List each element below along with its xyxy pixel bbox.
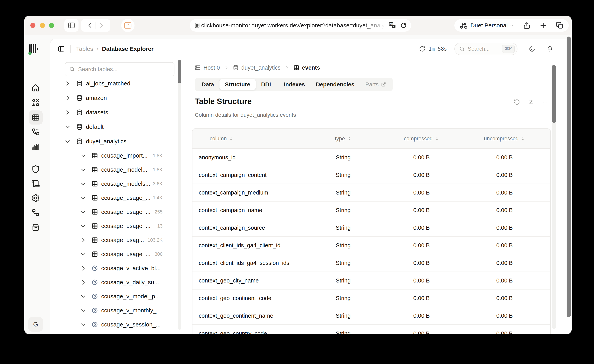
clickhouse-logo[interactable] bbox=[29, 44, 38, 54]
tree-item[interactable]: ccusage_usage_...13 bbox=[50, 219, 183, 233]
chevron-right-icon[interactable] bbox=[80, 279, 87, 286]
table-row[interactable]: context_campaign_nameString0.00 B0.00 B bbox=[192, 202, 550, 219]
tree-item[interactable]: ccusage_v_session_... bbox=[50, 318, 183, 332]
chevron-down-icon[interactable] bbox=[64, 138, 71, 145]
tab-parts[interactable]: Parts bbox=[360, 79, 392, 90]
breadcrumb-section[interactable]: Tables bbox=[76, 46, 93, 52]
close-window-button[interactable] bbox=[30, 23, 35, 28]
forward-icon[interactable] bbox=[98, 22, 105, 29]
breadcrumb-events[interactable]: events bbox=[293, 65, 320, 71]
tree-item[interactable]: amazon bbox=[50, 91, 183, 105]
rail-item-gear[interactable] bbox=[29, 191, 43, 205]
global-search[interactable]: ⌘K bbox=[454, 43, 517, 55]
rail-item-home[interactable] bbox=[29, 81, 43, 95]
table-search[interactable] bbox=[65, 62, 175, 76]
chevron-down-icon[interactable] bbox=[509, 23, 514, 28]
column-header-column[interactable]: column bbox=[192, 136, 302, 142]
tree-item[interactable]: ccusage_v_daily_su... bbox=[50, 275, 183, 289]
tree-item[interactable]: ccusage_usage_...300 bbox=[50, 247, 183, 261]
notifications-bell-icon[interactable] bbox=[547, 46, 553, 52]
chevron-right-icon[interactable] bbox=[80, 237, 87, 244]
tree-item[interactable]: ccusage_models...3.6K bbox=[50, 177, 183, 191]
zoom-window-button[interactable] bbox=[49, 23, 54, 28]
tab-structure[interactable]: Structure bbox=[219, 79, 256, 90]
sidebar-scrollbar-track[interactable] bbox=[178, 60, 181, 330]
table-row[interactable]: context_campaign_mediumString0.00 B0.00 … bbox=[192, 184, 550, 202]
dark-mode-icon[interactable] bbox=[529, 46, 535, 52]
translate-icon[interactable]: Aa bbox=[388, 21, 396, 29]
sidebar-scrollbar-thumb[interactable] bbox=[178, 60, 181, 83]
tree-item[interactable]: datasets bbox=[50, 105, 183, 120]
chevron-right-icon[interactable] bbox=[80, 265, 87, 272]
global-search-input[interactable] bbox=[468, 46, 497, 52]
tree-item[interactable]: ccusage_usag...103.2K bbox=[50, 233, 183, 247]
view-settings-icon[interactable] bbox=[528, 99, 534, 105]
chevron-down-icon[interactable] bbox=[64, 123, 71, 130]
tree-item[interactable]: ccusage_model...1.8K bbox=[50, 163, 183, 177]
refresh-icon[interactable] bbox=[419, 46, 425, 52]
reload-icon[interactable] bbox=[400, 22, 407, 29]
extension-button[interactable]: { } bbox=[121, 19, 135, 32]
back-icon[interactable] bbox=[87, 22, 94, 29]
rail-item-scroll[interactable] bbox=[29, 176, 43, 191]
chevron-down-icon[interactable] bbox=[80, 180, 87, 187]
tab-dependencies[interactable]: Dependencies bbox=[310, 79, 360, 90]
app-sidebar-toggle-icon[interactable] bbox=[58, 45, 65, 52]
sort-icon[interactable] bbox=[347, 136, 352, 141]
tree-item[interactable]: ccusage_usage_...1.4K bbox=[50, 191, 183, 205]
chevron-down-icon[interactable] bbox=[80, 321, 87, 328]
table-row[interactable]: context_geo_continent_codeString0.00 B0.… bbox=[192, 290, 550, 307]
chevron-down-icon[interactable] bbox=[80, 152, 87, 159]
content-scrollbar-thumb[interactable] bbox=[552, 65, 556, 123]
reader-view-icon[interactable] bbox=[194, 22, 200, 29]
table-row[interactable]: context_geo_city_nameString0.00 B0.00 B bbox=[192, 272, 550, 290]
table-row[interactable]: context_campaign_contentString0.00 B0.00… bbox=[192, 166, 550, 184]
column-header-compressed[interactable]: compressed bbox=[384, 136, 459, 142]
rail-item-archive[interactable] bbox=[29, 220, 43, 234]
browser-sidebar-toggle-button[interactable] bbox=[64, 19, 79, 32]
tree-item[interactable]: default bbox=[50, 120, 183, 134]
tree-item[interactable]: ai_jobs_matched bbox=[50, 76, 183, 91]
user-avatar[interactable]: G bbox=[28, 317, 43, 332]
table-row[interactable]: context_geo_continent_nameString0.00 B0.… bbox=[192, 307, 550, 325]
column-header-type[interactable]: type bbox=[302, 136, 384, 142]
table-row[interactable]: context_campaign_sourceString0.00 B0.00 … bbox=[192, 219, 550, 237]
rail-item-bars[interactable] bbox=[29, 140, 43, 154]
chevron-down-icon[interactable] bbox=[80, 194, 87, 201]
chevron-down-icon[interactable] bbox=[80, 293, 87, 300]
chevron-right-icon[interactable] bbox=[64, 80, 71, 87]
tab-indexes[interactable]: Indexes bbox=[278, 79, 310, 90]
tab-data[interactable]: Data bbox=[196, 79, 219, 90]
rail-item-shield[interactable] bbox=[29, 162, 43, 176]
column-header-uncompressed[interactable]: uncompressed bbox=[459, 136, 550, 142]
address-bar[interactable]: clickhouse-monitor.duyet.workers.dev/exp… bbox=[190, 19, 411, 32]
rail-item-migration[interactable] bbox=[29, 125, 43, 139]
chevron-down-icon[interactable] bbox=[80, 251, 87, 258]
breadcrumb-duyet_analytics[interactable]: duyet_analytics bbox=[233, 65, 281, 71]
sort-icon[interactable] bbox=[435, 136, 439, 141]
sort-icon[interactable] bbox=[229, 136, 233, 141]
chevron-down-icon[interactable] bbox=[80, 166, 87, 173]
profile-label[interactable]: Duet Personal bbox=[471, 22, 508, 29]
tree-item[interactable]: duyet_analytics bbox=[50, 134, 183, 149]
tree-item[interactable]: ccusage_v_model_p... bbox=[50, 289, 183, 303]
sort-icon[interactable] bbox=[520, 136, 525, 141]
table-row[interactable]: context_geo_country_codeString0.00 B0.00… bbox=[192, 325, 550, 334]
tab-ddl[interactable]: DDL bbox=[256, 79, 278, 90]
rail-item-nodes[interactable] bbox=[29, 205, 43, 220]
chevron-down-icon[interactable] bbox=[80, 208, 87, 215]
minimize-window-button[interactable] bbox=[40, 23, 45, 28]
chevron-down-icon[interactable] bbox=[80, 307, 87, 314]
table-row[interactable]: anonymous_idString0.00 B0.00 B bbox=[192, 149, 550, 166]
rail-item-shapes[interactable] bbox=[29, 96, 43, 110]
tree-item[interactable]: ccusage_v_monthly_... bbox=[50, 303, 183, 318]
new-tab-icon[interactable] bbox=[539, 21, 547, 29]
more-options-icon[interactable] bbox=[542, 99, 548, 105]
chevron-down-icon[interactable] bbox=[80, 222, 87, 229]
tab-overview-icon[interactable] bbox=[556, 21, 564, 29]
tree-item[interactable]: ccusage_import...1.8K bbox=[50, 149, 183, 163]
chevron-right-icon[interactable] bbox=[64, 109, 71, 116]
page-scrollbar-thumb[interactable] bbox=[567, 37, 571, 317]
chevron-right-icon[interactable] bbox=[64, 94, 71, 101]
rail-item-table-grid[interactable] bbox=[29, 110, 43, 124]
